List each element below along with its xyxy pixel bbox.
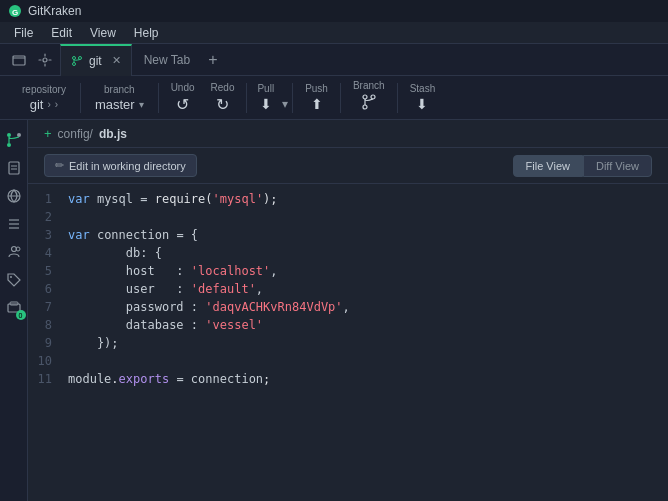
sidebar-icons: 0 xyxy=(0,120,28,501)
toolbar-divider-1 xyxy=(80,83,81,113)
redo-label: Redo xyxy=(211,82,235,93)
add-tab-button[interactable]: + xyxy=(202,51,223,69)
pull-button[interactable]: Pull ⬇ ▾ xyxy=(251,83,288,112)
menu-help[interactable]: Help xyxy=(126,24,167,42)
pull-label: Pull xyxy=(257,83,274,94)
tab-bar: git ✕ New Tab + xyxy=(0,44,668,76)
content-area: + config/db.js ✏ Edit in working directo… xyxy=(28,120,668,501)
code-line-7: 7 password : 'daqvACHKvRn84VdVp', xyxy=(28,300,668,318)
sidebar-item-graph[interactable] xyxy=(2,128,26,152)
sidebar-item-commits[interactable] xyxy=(2,212,26,236)
title-bar: G GitKraken xyxy=(0,0,668,22)
undo-icon: ↺ xyxy=(176,95,189,114)
code-line-1: 1 var mysql = require('mysql'); xyxy=(28,192,668,210)
code-line-2: 2 xyxy=(28,210,668,228)
code-line-11: 11 module.exports = connection; xyxy=(28,372,668,390)
sidebar-item-remote[interactable] xyxy=(2,184,26,208)
new-folder-button[interactable] xyxy=(8,49,30,71)
pencil-icon: ✏ xyxy=(55,159,64,172)
menu-edit[interactable]: Edit xyxy=(43,24,80,42)
pull-icon: ⬇ xyxy=(260,96,272,112)
toolbar-divider-3 xyxy=(246,83,247,113)
branch-action-button[interactable]: Branch xyxy=(345,80,393,115)
file-name: db.js xyxy=(99,127,127,141)
svg-point-8 xyxy=(371,95,375,99)
file-plus-icon: + xyxy=(44,126,52,141)
undo-label: Undo xyxy=(171,82,195,93)
view-toggle: File View Diff View xyxy=(513,155,652,177)
tab-close-button[interactable]: ✕ xyxy=(112,54,121,67)
svg-point-3 xyxy=(43,58,47,62)
branch-action-icon xyxy=(360,93,378,115)
svg-point-10 xyxy=(7,133,11,137)
edit-bar: ✏ Edit in working directory File View Di… xyxy=(28,148,668,184)
push-button[interactable]: Push ⬆ xyxy=(297,83,336,112)
settings-button[interactable] xyxy=(34,49,56,71)
menu-view[interactable]: View xyxy=(82,24,124,42)
edit-in-working-dir-button[interactable]: ✏ Edit in working directory xyxy=(44,154,197,177)
tab-git-label: git xyxy=(89,54,102,68)
file-view-button[interactable]: File View xyxy=(513,155,583,177)
stash-button[interactable]: Stash ⬇ xyxy=(402,83,444,112)
stash-badge: 0 xyxy=(16,310,26,320)
sidebar-item-teams[interactable] xyxy=(2,240,26,264)
main-layout: 0 + config/db.js ✏ Edit in working direc… xyxy=(0,120,668,501)
sidebar-item-files[interactable] xyxy=(2,156,26,180)
branch-value: master ▾ xyxy=(95,97,144,112)
code-line-6: 6 user : 'default', xyxy=(28,282,668,300)
push-label: Push xyxy=(305,83,328,94)
app-title: GitKraken xyxy=(28,4,81,18)
code-line-3: 3 var connection = { xyxy=(28,228,668,246)
menu-file[interactable]: File xyxy=(6,24,41,42)
menu-bar: File Edit View Help xyxy=(0,22,668,44)
stash-label: Stash xyxy=(410,83,436,94)
svg-point-23 xyxy=(10,276,12,278)
svg-point-11 xyxy=(17,133,21,137)
repository-label: repository xyxy=(22,84,66,95)
code-line-4: 4 db: { xyxy=(28,246,668,264)
toolbar: repository git › › branch master ▾ Undo … xyxy=(0,76,668,120)
file-path: config/ xyxy=(58,127,93,141)
svg-point-5 xyxy=(79,56,82,59)
stash-icon: ⬇ xyxy=(416,96,428,112)
code-line-10: 10 xyxy=(28,354,668,372)
branch-group[interactable]: branch master ▾ xyxy=(85,84,154,112)
file-header: + config/db.js xyxy=(28,120,668,148)
svg-rect-2 xyxy=(13,56,25,65)
redo-button[interactable]: Redo ↻ xyxy=(203,82,243,114)
pull-action[interactable]: Pull ⬇ xyxy=(251,83,280,112)
toolbar-divider-6 xyxy=(397,83,398,113)
svg-text:G: G xyxy=(12,8,18,17)
branch-label: branch xyxy=(104,84,135,95)
code-line-5: 5 host : 'localhost', xyxy=(28,264,668,282)
branch-chevron: ▾ xyxy=(139,99,144,110)
svg-rect-13 xyxy=(9,162,19,174)
svg-point-7 xyxy=(363,95,367,99)
new-tab-label[interactable]: New Tab xyxy=(136,51,198,69)
repository-group[interactable]: repository git › › xyxy=(12,84,76,112)
code-line-8: 8 database : 'vessel' xyxy=(28,318,668,336)
svg-point-6 xyxy=(73,62,76,65)
svg-point-9 xyxy=(363,105,367,109)
gitkraken-logo: G xyxy=(8,4,22,18)
repository-chevron: › xyxy=(47,99,50,110)
repository-chevron2: › xyxy=(55,99,58,110)
repository-value: git › › xyxy=(30,97,58,112)
diff-view-button[interactable]: Diff View xyxy=(583,155,652,177)
toolbar-divider-2 xyxy=(158,83,159,113)
push-icon: ⬆ xyxy=(311,96,323,112)
svg-point-4 xyxy=(73,56,76,59)
sidebar-item-tags[interactable] xyxy=(2,268,26,292)
branch-action-label: Branch xyxy=(353,80,385,91)
redo-icon: ↻ xyxy=(216,95,229,114)
code-area: 1 var mysql = require('mysql'); 2 3 var … xyxy=(28,184,668,501)
sidebar-item-stash[interactable]: 0 xyxy=(2,296,26,320)
svg-point-12 xyxy=(7,143,11,147)
git-branch-icon xyxy=(71,55,83,67)
toolbar-divider-5 xyxy=(340,83,341,113)
undo-button[interactable]: Undo ↺ xyxy=(163,82,203,114)
code-line-9: 9 }); xyxy=(28,336,668,354)
toolbar-divider-4 xyxy=(292,83,293,113)
pull-dropdown-button[interactable]: ▾ xyxy=(280,97,288,111)
tab-git[interactable]: git ✕ xyxy=(60,44,132,76)
